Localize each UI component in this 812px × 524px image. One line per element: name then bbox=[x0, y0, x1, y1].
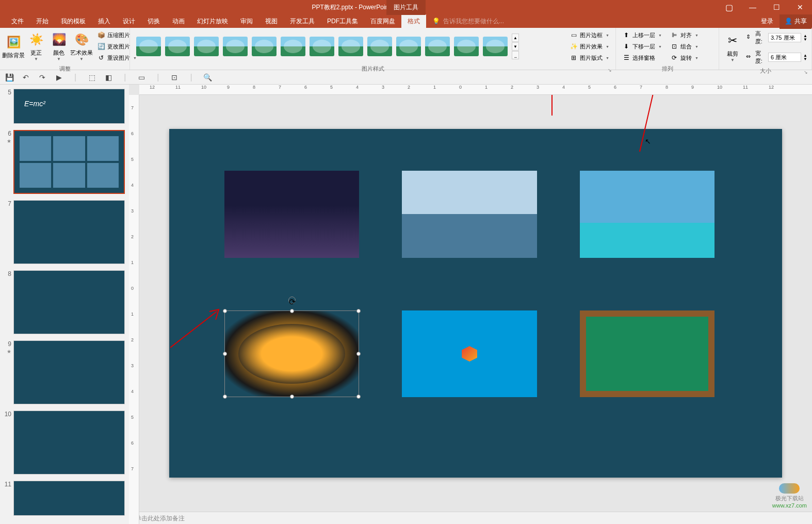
resize-handle[interactable] bbox=[223, 352, 227, 356]
slide-thumbnail[interactable]: 11 bbox=[4, 481, 125, 516]
height-input[interactable] bbox=[768, 33, 801, 42]
slide-thumbnail[interactable]: 8 bbox=[4, 270, 125, 334]
picture-style-thumb[interactable] bbox=[223, 37, 248, 56]
dialog-launcher-icon[interactable]: ↘ bbox=[607, 68, 612, 73]
tab-my-templates[interactable]: 我的模板 bbox=[55, 14, 92, 29]
forward-icon: ⬆ bbox=[622, 31, 630, 39]
ribbon-group-picture-styles: ▲ ▼ ⎯ ▭ 图片边框 ▼ ✨ 图片效果 ▼ ⊞ 图片版式 bbox=[130, 28, 616, 70]
login-button[interactable]: 登录 bbox=[755, 14, 779, 29]
picture-style-thumb[interactable] bbox=[310, 37, 334, 56]
tab-home[interactable]: 开始 bbox=[30, 14, 55, 29]
chevron-down-icon: ▼ bbox=[658, 45, 662, 48]
close-button[interactable]: ✕ bbox=[788, 0, 812, 14]
slide-thumbnail[interactable]: 9 ★ bbox=[4, 340, 125, 404]
thumb-slide-10[interactable] bbox=[13, 411, 125, 474]
resize-handle[interactable] bbox=[223, 395, 227, 399]
tab-review[interactable]: 审阅 bbox=[234, 14, 259, 29]
thumb-slide-5[interactable]: E=mc² bbox=[13, 89, 125, 124]
slide-thumbnail[interactable]: 6 ★ bbox=[4, 130, 125, 194]
corrections-button[interactable]: ☀️ 更正 ▼ bbox=[25, 30, 47, 62]
tab-view[interactable]: 视图 bbox=[259, 14, 284, 29]
share-button[interactable]: 👤 共享 bbox=[779, 14, 812, 29]
tab-format[interactable]: 格式 bbox=[401, 14, 426, 29]
picture-style-thumb[interactable] bbox=[454, 37, 479, 56]
width-icon: ⇔ bbox=[746, 53, 753, 61]
slide-thumbnail[interactable]: 10 bbox=[4, 411, 125, 474]
thumb-slide-11[interactable] bbox=[13, 481, 125, 516]
tab-slideshow[interactable]: 幻灯片放映 bbox=[191, 14, 234, 29]
thumb-slide-9[interactable] bbox=[13, 340, 125, 404]
resize-handle[interactable] bbox=[356, 395, 361, 399]
resize-handle[interactable] bbox=[356, 352, 361, 356]
width-input[interactable] bbox=[768, 53, 801, 62]
picture-chalkboard-frame[interactable] bbox=[580, 310, 714, 398]
picture-style-thumb[interactable] bbox=[425, 37, 450, 56]
picture-style-thumb[interactable] bbox=[194, 37, 219, 56]
resize-handle[interactable] bbox=[356, 309, 361, 313]
chevron-down-icon: ▼ bbox=[606, 34, 609, 37]
group-button[interactable]: ⊡ 组合 ▼ bbox=[668, 41, 701, 52]
tab-baidu[interactable]: 百度网盘 bbox=[364, 14, 401, 29]
picture-style-thumb[interactable] bbox=[338, 37, 363, 56]
maximize-button[interactable]: ☐ bbox=[765, 0, 788, 14]
slide-canvas-container[interactable]: ⟳ bbox=[129, 95, 812, 512]
picture-mountain[interactable] bbox=[402, 171, 537, 258]
picture-style-thumb[interactable] bbox=[483, 37, 508, 56]
crop-button[interactable]: ✂ 裁剪 ▼ bbox=[721, 31, 744, 63]
picture-effects-button[interactable]: ✨ 图片效果 ▼ bbox=[567, 41, 611, 52]
picture-style-thumb[interactable] bbox=[367, 37, 392, 56]
ribbon-display-options[interactable]: ▢ bbox=[717, 0, 741, 14]
tab-pdf-tools[interactable]: PDF工具集 bbox=[321, 14, 364, 29]
tab-design[interactable]: 设计 bbox=[117, 14, 141, 29]
app-title: PPT教程2.pptx - PowerPoint bbox=[312, 3, 391, 12]
picture-blue-logo[interactable] bbox=[402, 310, 537, 398]
annotation-arrow-1 bbox=[542, 95, 562, 118]
rotation-handle[interactable]: ⟳ bbox=[288, 297, 296, 304]
tab-file[interactable]: 文件 bbox=[5, 14, 30, 29]
picture-leaf-selected[interactable]: ⟳ bbox=[224, 310, 359, 398]
bring-forward-button[interactable]: ⬆ 上移一层 ▼ bbox=[620, 30, 664, 40]
watermark: 极光下载站 www.xz7.com bbox=[772, 483, 807, 509]
slide-thumbnails-panel[interactable]: 5 E=mc² 6 ★ 7 8 9 ★ bbox=[0, 85, 129, 524]
slide-thumbnail[interactable]: 7 bbox=[4, 200, 125, 264]
remove-background-button[interactable]: 🖼️ 删除背景 bbox=[2, 33, 25, 60]
picture-city[interactable] bbox=[224, 171, 359, 258]
resize-handle[interactable] bbox=[290, 395, 294, 399]
spinner-icon[interactable]: ▲▼ bbox=[803, 54, 807, 61]
picture-beach[interactable] bbox=[580, 171, 714, 258]
gallery-expand[interactable]: ⎯ bbox=[512, 51, 519, 59]
tab-developer[interactable]: 开发工具 bbox=[284, 14, 321, 29]
thumb-slide-7[interactable] bbox=[13, 200, 125, 264]
align-button[interactable]: ⊫ 对齐 ▼ bbox=[668, 30, 701, 40]
send-backward-button[interactable]: ⬇ 下移一层 ▼ bbox=[620, 41, 664, 52]
spinner-icon[interactable]: ▲▼ bbox=[803, 34, 807, 41]
picture-style-thumb[interactable] bbox=[281, 37, 305, 56]
picture-style-thumb[interactable] bbox=[252, 37, 277, 56]
gallery-scroll-up[interactable]: ▲ bbox=[512, 34, 519, 42]
slide-thumbnail[interactable]: 5 E=mc² bbox=[4, 89, 125, 124]
minimize-button[interactable]: — bbox=[741, 0, 765, 14]
crop-icon: ✂ bbox=[724, 32, 741, 49]
artistic-effects-button[interactable]: 🎨 艺术效果 ▼ bbox=[70, 30, 93, 62]
color-button[interactable]: 🌄 颜色 ▼ bbox=[47, 30, 70, 62]
horizontal-ruler[interactable]: 1211109876543210123456789101112 bbox=[139, 85, 812, 95]
picture-border-button[interactable]: ▭ 图片边框 ▼ bbox=[567, 30, 611, 40]
selection-pane-button[interactable]: ☰ 选择窗格 bbox=[620, 53, 664, 63]
tell-me-search[interactable]: 💡 告诉我您想要做什么... bbox=[432, 17, 504, 26]
picture-style-thumb[interactable] bbox=[165, 37, 190, 56]
tab-transitions[interactable]: 切换 bbox=[141, 14, 166, 29]
notes-pane[interactable]: 单击此处添加备注 bbox=[129, 512, 812, 524]
resize-handle[interactable] bbox=[223, 309, 227, 313]
resize-handle[interactable] bbox=[290, 309, 294, 313]
gallery-scroll-down[interactable]: ▼ bbox=[512, 42, 519, 51]
slide-canvas[interactable]: ⟳ bbox=[169, 129, 782, 478]
thumb-slide-6[interactable] bbox=[13, 130, 125, 194]
picture-style-thumb[interactable] bbox=[136, 37, 161, 56]
tab-animations[interactable]: 动画 bbox=[166, 14, 191, 29]
picture-layout-button[interactable]: ⊞ 图片版式 ▼ bbox=[567, 53, 611, 63]
thumb-slide-8[interactable] bbox=[13, 270, 125, 334]
rotate-button[interactable]: ⟳ 旋转 ▼ bbox=[668, 53, 701, 63]
picture-style-thumb[interactable] bbox=[396, 37, 421, 56]
dialog-launcher-icon[interactable]: ↘ bbox=[803, 70, 808, 75]
tab-insert[interactable]: 插入 bbox=[92, 14, 117, 29]
